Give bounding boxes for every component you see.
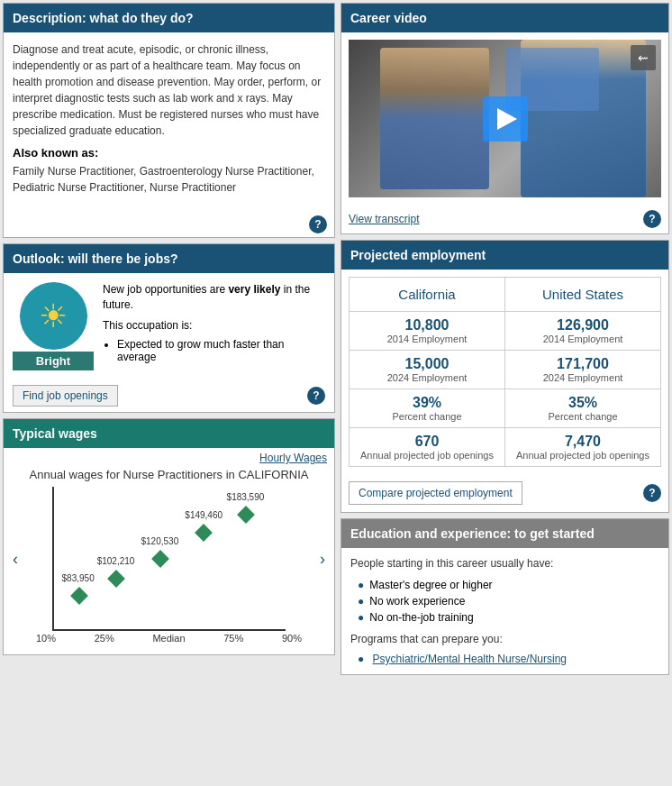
edu-req-3: No on-the-job training bbox=[358, 609, 659, 626]
ca-percent-change: 39% bbox=[357, 395, 497, 411]
xaxis-median: Median bbox=[152, 633, 185, 644]
outlook-help-icon[interactable]: ? bbox=[307, 387, 325, 405]
career-video-panel: Career video ⇜ View transcript ? bbox=[341, 3, 669, 234]
projected-employment-table: California United States 10,8002014 Empl… bbox=[349, 277, 661, 467]
view-transcript-link[interactable]: View transcript bbox=[349, 213, 419, 225]
wages-panel: Typical wages Hourly Wages Annual wages … bbox=[3, 418, 335, 655]
xaxis-90: 90% bbox=[282, 633, 302, 644]
also-known-label: Also known as: bbox=[13, 146, 325, 160]
career-video-header: Career video bbox=[341, 4, 668, 32]
chart-nav-right[interactable]: › bbox=[320, 550, 325, 569]
education-intro: People starting in this career usually h… bbox=[350, 557, 659, 570]
description-header: Description: what do they do? bbox=[4, 4, 334, 32]
us-2024-employment: 171,700 bbox=[513, 356, 653, 372]
video-help-icon[interactable]: ? bbox=[643, 210, 661, 228]
xaxis-75: 75% bbox=[223, 633, 243, 644]
outlook-bullet: Expected to grow much faster than averag… bbox=[117, 338, 325, 363]
projected-employment-panel: Projected employment California United S… bbox=[341, 240, 669, 513]
description-help-icon[interactable]: ? bbox=[309, 215, 327, 233]
share-button[interactable]: ⇜ bbox=[631, 45, 656, 70]
edu-req-1: Master's degree or higher bbox=[358, 577, 659, 593]
ca-2014-employment: 10,800 bbox=[357, 317, 497, 334]
sun-icon: ☀ bbox=[39, 297, 68, 335]
chart-nav-left[interactable]: ‹ bbox=[13, 550, 18, 569]
ca-2024-employment: 15,000 bbox=[357, 356, 497, 372]
program-link[interactable]: Psychiatric/Mental Health Nurse/Nursing bbox=[373, 653, 567, 665]
projected-employment-header: Projected employment bbox=[341, 241, 668, 270]
wages-header: Typical wages bbox=[4, 419, 334, 448]
description-panel: Description: what do they do? Diagnose a… bbox=[3, 3, 335, 238]
us-annual-openings: 7,470 bbox=[513, 434, 653, 450]
bright-label: Bright bbox=[13, 352, 94, 370]
education-requirements: Master's degree or higher No work experi… bbox=[350, 577, 659, 626]
wage-label-75pct: $149,460 bbox=[185, 510, 222, 520]
outlook-subtext: This occupation is: bbox=[103, 318, 325, 334]
table-row: 670Annual projected job openings 7,470An… bbox=[350, 428, 661, 467]
outlook-panel: Outlook: will there be jobs? ☀ Bright Ne… bbox=[3, 243, 335, 413]
play-button[interactable] bbox=[483, 96, 528, 142]
education-panel: Education and experience: to get started… bbox=[341, 518, 669, 675]
wage-label-25pct: $102,210 bbox=[97, 556, 135, 566]
wage-chart: $83,950 $102,210 $120,530 $149,460 bbox=[52, 487, 286, 631]
projected-help-icon[interactable]: ? bbox=[643, 484, 661, 502]
programs-list: Psychiatric/Mental Health Nurse/Nursing bbox=[350, 653, 659, 665]
play-icon bbox=[497, 108, 517, 130]
also-known-text: Family Nurse Practitioner, Gastroenterol… bbox=[13, 163, 325, 196]
education-header: Education and experience: to get started bbox=[341, 519, 668, 548]
ca-annual-openings: 670 bbox=[357, 434, 497, 450]
program-item: Psychiatric/Mental Health Nurse/Nursing bbox=[358, 653, 659, 665]
us-2014-employment: 126,900 bbox=[513, 317, 653, 334]
chart-title: Annual wages for Nurse Practitioners in … bbox=[13, 468, 325, 481]
us-percent-change: 35% bbox=[513, 395, 653, 411]
chart-xaxis: 10% 25% Median 75% 90% bbox=[13, 631, 325, 645]
hourly-wages-link[interactable]: Hourly Wages bbox=[259, 452, 327, 464]
wage-label-median: $120,530 bbox=[141, 536, 179, 546]
description-body: Diagnose and treat acute, episodic, or c… bbox=[13, 41, 325, 139]
wage-label-90pct: $183,590 bbox=[227, 492, 265, 502]
wage-label-10pct: $83,950 bbox=[62, 573, 95, 583]
col-us: United States bbox=[505, 278, 661, 312]
table-row: 15,0002024 Employment 171,7002024 Employ… bbox=[350, 351, 661, 389]
compare-projected-employment-button[interactable]: Compare projected employment bbox=[349, 481, 522, 505]
find-job-openings-button[interactable]: Find job openings bbox=[13, 385, 118, 407]
bright-badge: ☀ Bright bbox=[13, 282, 94, 370]
xaxis-10: 10% bbox=[36, 633, 56, 644]
outlook-header: Outlook: will there be jobs? bbox=[4, 244, 334, 273]
xaxis-25: 25% bbox=[95, 633, 114, 644]
col-california: California bbox=[350, 278, 505, 312]
table-row: 10,8002014 Employment 126,9002014 Employ… bbox=[350, 312, 661, 351]
edu-req-2: No work experience bbox=[358, 593, 659, 609]
programs-label: Programs that can prepare you: bbox=[350, 633, 659, 645]
video-container[interactable]: ⇜ bbox=[349, 40, 661, 197]
outlook-headline: New job opportunities are very likely in… bbox=[103, 282, 325, 313]
table-row: 39%Percent change 35%Percent change bbox=[350, 389, 661, 428]
